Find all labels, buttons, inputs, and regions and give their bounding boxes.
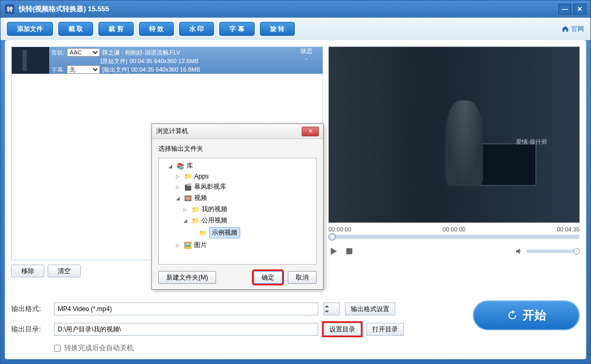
effects-button[interactable]: 特 效 bbox=[139, 22, 174, 36]
add-file-button[interactable]: 添加文件 bbox=[7, 22, 53, 36]
set-dir-button[interactable]: 设置目录 bbox=[324, 323, 361, 336]
collapse-icon[interactable]: ◢ bbox=[168, 164, 174, 169]
tree-item-sample-video[interactable]: 📁 示例视频 bbox=[161, 226, 314, 239]
time-end: 00:04:35 bbox=[557, 226, 580, 233]
format-dropdown-button[interactable] bbox=[324, 303, 340, 315]
video-icon: 🎞️ bbox=[183, 195, 192, 202]
tree-item-pictures[interactable]: ▷ 🖼️ 图片 bbox=[161, 239, 314, 251]
folder-tree[interactable]: ◢ 📚 库 ▷ 📁 Apps ▷ 🎬 暴风影视库 ◢ 🎞️ 视频 bbox=[158, 158, 317, 265]
browse-folder-dialog: 浏览计算机 ✕ 选择输出文件夹 ◢ 📚 库 ▷ 📁 Apps ▷ 🎬 bbox=[151, 123, 324, 290]
ok-button[interactable]: 确定 bbox=[254, 271, 282, 284]
tree-item-library[interactable]: ◢ 📚 库 bbox=[161, 160, 314, 172]
official-site-link[interactable]: 官网 bbox=[562, 25, 584, 34]
format-settings-button[interactable]: 输出格式设置 bbox=[345, 303, 395, 315]
audio-track-select[interactable]: AAC bbox=[67, 48, 100, 57]
app-title: 快转(视频格式转换器) 15.555 bbox=[19, 4, 109, 14]
tree-item-public-video[interactable]: ◢ 📁 公用视频 bbox=[161, 215, 314, 226]
subtitle-button[interactable]: 字 幕 bbox=[219, 22, 254, 36]
clear-button[interactable]: 清空 bbox=[48, 265, 81, 277]
app-icon: 转 bbox=[5, 4, 14, 14]
file-row[interactable]: 音轨: AAC 薛之谦 - 刚刚好-国语流畅.FLV 占位 [原始文件] 00:… bbox=[12, 47, 323, 74]
timeline-thumb[interactable] bbox=[328, 233, 336, 241]
close-button[interactable]: ✕ bbox=[573, 4, 586, 14]
official-site-label: 官网 bbox=[571, 25, 584, 34]
playback-controls bbox=[328, 246, 580, 256]
home-icon bbox=[562, 25, 569, 33]
tree-item-my-video[interactable]: ▷ 📁 我的视频 bbox=[161, 204, 314, 215]
original-file-label: [原始文件] bbox=[101, 57, 127, 65]
volume-control bbox=[515, 247, 580, 255]
titlebar: 转 快转(视频格式转换器) 15.555 — ✕ bbox=[1, 1, 590, 18]
video-watermark: 爱情·催什师 bbox=[516, 138, 547, 146]
folder-icon: 📁 bbox=[191, 206, 199, 213]
refresh-icon bbox=[506, 309, 518, 321]
start-label: 开始 bbox=[523, 307, 546, 323]
folder-icon: 📁 bbox=[191, 217, 199, 224]
file-meta: 音轨: AAC 薛之谦 - 刚刚好-国语流畅.FLV 占位 [原始文件] 00:… bbox=[49, 47, 290, 74]
folder-icon: 📁 bbox=[183, 173, 192, 180]
dialog-close-button[interactable]: ✕ bbox=[302, 127, 319, 136]
watermark-button[interactable]: 水 印 bbox=[179, 22, 214, 36]
volume-thumb[interactable] bbox=[573, 248, 580, 254]
status-value: - bbox=[290, 55, 323, 61]
video-preview: 爱情·催什师 bbox=[328, 47, 580, 223]
dialog-buttons: 新建文件夹(M) 确定 取消 bbox=[158, 271, 317, 284]
toolbar: 添加文件 截 取 裁 剪 特 效 水 印 字 幕 旋 转 官网 bbox=[1, 18, 590, 40]
open-dir-button[interactable]: 打开目录 bbox=[366, 323, 404, 336]
output-dir-input[interactable] bbox=[54, 323, 318, 336]
video-scene: 爱情·催什师 bbox=[329, 47, 579, 222]
minimize-button[interactable]: — bbox=[558, 4, 571, 14]
time-start: 00:00:00 bbox=[328, 226, 351, 233]
status-header: 状态 bbox=[290, 47, 323, 55]
auto-shutdown-label: 转换完成后会自动关机 bbox=[64, 343, 134, 353]
output-file-label: [输出文件] bbox=[102, 66, 129, 74]
window-controls: — ✕ bbox=[558, 4, 586, 14]
collapse-icon[interactable]: ◢ bbox=[176, 196, 181, 201]
status-column: 状态 - bbox=[290, 47, 323, 74]
collapse-icon[interactable]: ◢ bbox=[183, 218, 189, 223]
timeline-labels: 00:00:00 00:00:00 00:04:35 bbox=[328, 226, 580, 233]
timeline-slider[interactable] bbox=[328, 235, 580, 239]
play-icon[interactable] bbox=[328, 246, 338, 256]
expand-icon[interactable]: ▷ bbox=[176, 184, 181, 190]
expand-icon[interactable]: ▷ bbox=[176, 174, 181, 179]
folder-icon: 📁 bbox=[198, 229, 207, 237]
dialog-titlebar: 浏览计算机 ✕ bbox=[152, 124, 323, 139]
dialog-subtitle: 选择输出文件夹 bbox=[158, 144, 317, 153]
bottom-section: 输出格式: 输出格式设置 开始 输出目录: 设置目录 打开目录 转换完成后 bbox=[11, 303, 580, 353]
expand-icon[interactable]: ▷ bbox=[183, 207, 189, 212]
filename-label: 薛之谦 - 刚刚好-国语流畅.FLV bbox=[102, 49, 180, 57]
output-format-label: 输出格式: bbox=[11, 304, 49, 314]
tree-item-video[interactable]: ◢ 🎞️ 视频 bbox=[161, 192, 314, 204]
original-file-info: 00:04:35 640x360 12.6MB bbox=[129, 58, 198, 64]
subtitle-select[interactable]: 无 bbox=[67, 65, 100, 74]
library-icon: 📚 bbox=[176, 162, 185, 170]
auto-shutdown-checkbox[interactable] bbox=[54, 345, 61, 352]
output-format-input[interactable] bbox=[54, 303, 318, 315]
main-window: 转 快转(视频格式转换器) 15.555 — ✕ 添加文件 截 取 裁 剪 特 … bbox=[0, 0, 591, 364]
remove-button[interactable]: 移除 bbox=[11, 265, 44, 277]
picture-icon: 🖼️ bbox=[183, 242, 192, 249]
expand-icon[interactable]: ▷ bbox=[176, 243, 181, 248]
output-file-info: 00:04:35 640x360 16.8MB bbox=[131, 66, 200, 73]
start-button[interactable]: 开始 bbox=[473, 300, 580, 330]
dialog-body: 选择输出文件夹 ◢ 📚 库 ▷ 📁 Apps ▷ 🎬 暴风影视库 bbox=[152, 139, 323, 289]
cancel-button[interactable]: 取消 bbox=[288, 271, 317, 284]
volume-icon[interactable] bbox=[515, 247, 523, 255]
stop-icon[interactable] bbox=[344, 246, 354, 256]
tree-selected-label: 示例视频 bbox=[209, 227, 240, 238]
new-folder-button[interactable]: 新建文件夹(M) bbox=[158, 271, 216, 284]
dialog-title-label: 浏览计算机 bbox=[156, 127, 188, 136]
tree-item-apps[interactable]: ▷ 📁 Apps bbox=[161, 172, 314, 181]
output-dir-label: 输出目录: bbox=[11, 324, 49, 334]
time-mid: 00:00:00 bbox=[443, 226, 466, 233]
rotate-button[interactable]: 旋 转 bbox=[260, 22, 295, 36]
audio-label: 音轨: bbox=[51, 49, 65, 57]
svg-rect-0 bbox=[346, 248, 352, 254]
capture-button[interactable]: 截 取 bbox=[58, 22, 93, 36]
tree-item-baofeng[interactable]: ▷ 🎬 暴风影视库 bbox=[161, 181, 314, 192]
subtitle-label: 字幕: bbox=[51, 66, 65, 74]
video-library-icon: 🎬 bbox=[183, 183, 192, 191]
volume-slider[interactable] bbox=[526, 250, 580, 253]
crop-button[interactable]: 裁 剪 bbox=[98, 22, 133, 36]
